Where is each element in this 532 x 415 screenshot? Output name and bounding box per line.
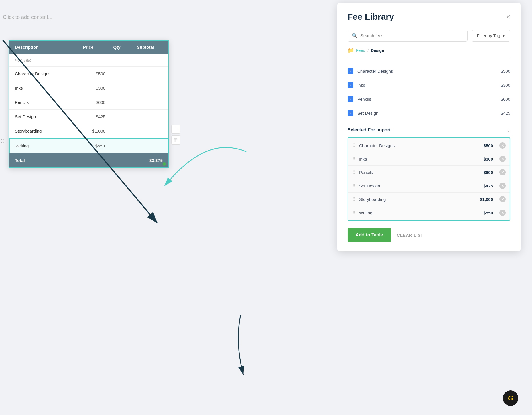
filter-by-tag-button[interactable]: Filter by Tag ▾ xyxy=(472,30,510,42)
search-filter-row: 🔍 Filter by Tag ▾ xyxy=(348,30,510,42)
row-description: Writing xyxy=(15,143,70,148)
close-button[interactable]: × xyxy=(506,13,510,21)
delete-row-button[interactable]: 🗑 xyxy=(171,135,180,145)
table-row[interactable]: Writing $550 xyxy=(9,138,168,153)
selected-item: ⠿ Pencils $600 ✕ xyxy=(348,166,510,179)
drag-dots-icon[interactable]: ⠿ xyxy=(352,183,356,189)
fee-item-checkbox[interactable]: ✓ xyxy=(348,110,353,116)
remove-item-button[interactable]: ✕ xyxy=(499,142,506,149)
row-price: $500 xyxy=(71,71,105,76)
add-row-button[interactable]: + xyxy=(171,125,180,134)
drag-dots-icon[interactable]: ⠿ xyxy=(352,197,356,202)
row-description: Storyboarding xyxy=(15,129,71,133)
selected-item-name: Inks xyxy=(359,157,480,161)
table-row[interactable]: Character Designs $500 xyxy=(9,67,168,81)
fee-title-input[interactable]: Fee Title xyxy=(9,54,168,67)
folder-icon: 📁 xyxy=(348,47,354,54)
selected-item-name: Storyboarding xyxy=(359,197,476,202)
fee-table-panel: Description Price Qty Subtotal Fee Title… xyxy=(9,40,169,168)
selected-item-price: $550 xyxy=(484,210,493,215)
remove-item-button[interactable]: ✕ xyxy=(499,210,506,216)
selected-item-price: $600 xyxy=(484,170,493,175)
fee-item-name: Inks xyxy=(357,83,497,88)
breadcrumb-root[interactable]: Fees xyxy=(356,48,365,53)
row-price: $1,000 xyxy=(71,129,105,133)
drag-dots-icon[interactable]: ⠿ xyxy=(1,138,4,145)
remove-item-button[interactable]: ✕ xyxy=(499,169,506,175)
row-price: $600 xyxy=(71,100,105,105)
selected-item: ⠿ Storyboarding $1,000 ✕ xyxy=(348,193,510,206)
selected-item-price: $425 xyxy=(484,183,493,188)
fee-item-row[interactable]: ✓ Pencils $600 xyxy=(348,92,510,106)
fee-item-price: $500 xyxy=(501,69,510,74)
drag-dots-icon[interactable]: ⠿ xyxy=(352,156,356,162)
table-row[interactable]: Storyboarding $1,000 xyxy=(9,124,168,138)
selected-title: Selected For Import xyxy=(348,127,391,133)
drag-dots-icon[interactable]: ⠿ xyxy=(352,143,356,148)
fee-item-row[interactable]: ✓ Character Designs $500 xyxy=(348,64,510,78)
status-dot xyxy=(163,162,166,166)
drag-handle[interactable]: ⠿ xyxy=(1,138,4,145)
fee-item-price: $425 xyxy=(501,111,510,116)
breadcrumb: 📁 Fees / Design xyxy=(348,47,510,58)
table-row[interactable]: Set Design $425 xyxy=(9,110,168,124)
table-body: Character Designs $500 Inks $300 Pencils… xyxy=(9,67,168,153)
clear-list-button[interactable]: CLEAR LIST xyxy=(397,233,423,238)
selected-for-import-section: Selected For Import ⌄ ⠿ Character Design… xyxy=(348,127,510,221)
col-header-description: Description xyxy=(15,45,71,50)
drag-dots-icon[interactable]: ⠿ xyxy=(352,210,356,216)
table-row[interactable]: Inks $300 xyxy=(9,81,168,95)
search-icon: 🔍 xyxy=(352,33,358,38)
grammarly-icon[interactable]: G xyxy=(503,390,518,406)
row-price: $425 xyxy=(71,114,105,119)
fee-item-row[interactable]: ✓ Inks $300 xyxy=(348,78,510,92)
action-bar: Add to Table CLEAR LIST xyxy=(348,228,510,242)
row-action-icons: + 🗑 xyxy=(171,125,180,145)
row-description: Set Design xyxy=(15,114,71,119)
click-to-add-placeholder[interactable]: Click to add content... xyxy=(3,14,52,20)
fee-library-panel: Fee Library × 🔍 Filter by Tag ▾ 📁 Fees /… xyxy=(337,3,521,251)
add-to-table-button[interactable]: Add to Table xyxy=(348,228,391,242)
table-header: Description Price Qty Subtotal xyxy=(9,41,168,54)
remove-item-button[interactable]: ✕ xyxy=(499,156,506,162)
col-header-qty: Qty xyxy=(105,45,128,50)
col-header-subtotal: Subtotal xyxy=(128,45,163,50)
breadcrumb-separator: / xyxy=(367,48,369,53)
selected-item-name: Writing xyxy=(359,210,480,215)
fee-item-checkbox[interactable]: ✓ xyxy=(348,68,353,74)
selected-item: ⠿ Character Designs $500 ✕ xyxy=(348,139,510,152)
col-header-price: Price xyxy=(71,45,105,50)
collapse-icon[interactable]: ⌄ xyxy=(506,127,510,133)
total-value: $3,375 xyxy=(128,158,163,163)
fee-library-header: Fee Library × xyxy=(348,12,510,22)
row-description: Pencils xyxy=(15,100,71,105)
total-label: Total xyxy=(15,158,71,163)
row-description: Character Designs xyxy=(15,71,71,76)
row-price: $550 xyxy=(70,143,105,148)
row-description: Inks xyxy=(15,86,71,90)
selected-item-price: $1,000 xyxy=(480,197,493,202)
selected-item-price: $500 xyxy=(484,143,493,148)
search-box[interactable]: 🔍 xyxy=(348,30,468,42)
breadcrumb-current: Design xyxy=(371,48,384,53)
fee-item-name: Character Designs xyxy=(357,69,497,74)
selected-item-price: $300 xyxy=(484,157,493,161)
fee-item-checkbox[interactable]: ✓ xyxy=(348,82,353,88)
remove-item-button[interactable]: ✕ xyxy=(499,183,506,189)
chevron-down-icon: ▾ xyxy=(503,33,505,38)
remove-item-button[interactable]: ✕ xyxy=(499,196,506,202)
selected-item-name: Set Design xyxy=(359,183,480,188)
fee-items-list: ✓ Character Designs $500 ✓ Inks $300 ✓ P… xyxy=(348,64,510,120)
selected-item: ⠿ Writing $550 ✕ xyxy=(348,206,510,219)
table-footer: Total $3,375 xyxy=(9,153,168,167)
selected-item-name: Pencils xyxy=(359,170,480,175)
search-input[interactable] xyxy=(360,33,463,38)
selected-item: ⠿ Inks $300 ✕ xyxy=(348,152,510,166)
drag-dots-icon[interactable]: ⠿ xyxy=(352,170,356,175)
table-row[interactable]: Pencils $600 xyxy=(9,95,168,110)
row-price: $300 xyxy=(71,86,105,90)
fee-item-name: Set Design xyxy=(357,111,497,116)
fee-item-checkbox[interactable]: ✓ xyxy=(348,96,353,102)
grammarly-logo: G xyxy=(508,394,513,402)
fee-item-row[interactable]: ✓ Set Design $425 xyxy=(348,106,510,120)
